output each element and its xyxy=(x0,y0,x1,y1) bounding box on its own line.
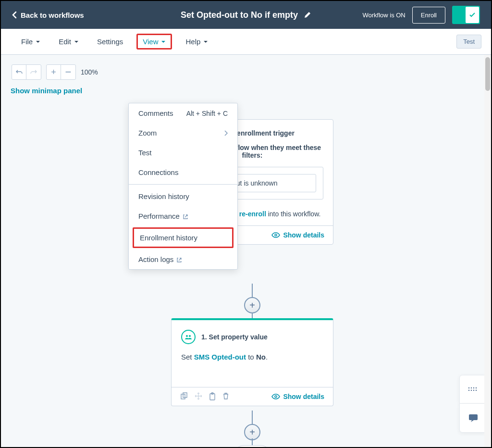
chevron-down-icon xyxy=(161,40,166,43)
svg-point-12 xyxy=(473,387,474,388)
menu-edit[interactable]: Edit xyxy=(54,34,84,49)
svg-point-17 xyxy=(476,390,477,391)
connector-line xyxy=(252,438,253,445)
property-value: No xyxy=(256,353,266,361)
dropdown-test[interactable]: Test xyxy=(129,143,237,162)
chevron-right-icon xyxy=(224,130,228,136)
menu-view[interactable]: View xyxy=(136,34,172,50)
workflow-canvas[interactable]: + − 100% Show minimap panel CommentsAlt … xyxy=(1,55,491,448)
action-show-details[interactable]: Show details xyxy=(271,393,324,400)
external-link-icon xyxy=(176,257,182,263)
header-right: Workflow is ON Enroll xyxy=(362,6,480,24)
keyboard-fab[interactable] xyxy=(459,375,487,404)
menu-help-label: Help xyxy=(185,37,200,46)
external-link-icon xyxy=(183,214,188,220)
dropdown-zoom[interactable]: Zoom xyxy=(129,123,237,143)
trigger-show-details-label: Show details xyxy=(283,231,324,239)
zoom-in-button[interactable]: + xyxy=(47,65,61,79)
copy-icon[interactable] xyxy=(180,392,188,400)
contacts-icon xyxy=(181,330,196,344)
eye-icon xyxy=(271,232,280,238)
test-button[interactable]: Test xyxy=(456,35,481,49)
redo-icon xyxy=(30,69,37,75)
move-icon[interactable] xyxy=(195,392,202,400)
scrollbar-thumb[interactable] xyxy=(485,57,490,91)
vertical-scrollbar[interactable] xyxy=(484,55,491,448)
menu-settings-label: Settings xyxy=(97,37,123,46)
redo-button[interactable] xyxy=(26,65,41,79)
undo-icon xyxy=(16,69,23,75)
top-header: Back to workflows Set Opted-out to No if… xyxy=(1,1,491,29)
dropdown-comments[interactable]: CommentsAlt + Shift + C xyxy=(129,103,237,123)
undo-button[interactable] xyxy=(12,65,26,79)
dropdown-comments-shortcut: Alt + Shift + C xyxy=(186,110,228,117)
chevron-down-icon xyxy=(74,40,79,43)
action-card[interactable]: 1. Set property value Set SMS Opted-out … xyxy=(171,318,333,406)
zoom-level: 100% xyxy=(81,68,98,76)
menubar: File Edit Settings View Help Test xyxy=(1,29,491,55)
action-show-details-label: Show details xyxy=(283,393,324,400)
svg-rect-7 xyxy=(210,394,215,400)
workflow-title[interactable]: Set Opted-out to No if empty xyxy=(181,10,298,20)
dropdown-action-logs[interactable]: Action logs xyxy=(129,249,237,269)
dropdown-connections-label: Connections xyxy=(138,168,178,176)
eye-icon xyxy=(271,394,280,399)
connector-line xyxy=(252,284,253,298)
svg-point-3 xyxy=(186,335,188,337)
svg-point-2 xyxy=(275,234,277,236)
dropdown-revision-history[interactable]: Revision history xyxy=(129,187,237,206)
connector-line xyxy=(252,411,253,425)
chevron-down-icon xyxy=(203,40,208,43)
menu-help[interactable]: Help xyxy=(181,34,213,49)
menu-file-label: File xyxy=(21,37,33,46)
check-icon xyxy=(468,11,476,19)
keyboard-icon xyxy=(468,387,479,392)
dropdown-action-logs-label: Action logs xyxy=(138,255,173,263)
property-link[interactable]: SMS Opted-out xyxy=(194,353,246,361)
zoom-out-button[interactable]: − xyxy=(61,65,75,79)
menu-settings[interactable]: Settings xyxy=(92,34,128,49)
undo-redo-group xyxy=(12,64,41,80)
canvas-toolbar: + − 100% xyxy=(12,64,98,80)
view-dropdown: CommentsAlt + Shift + C Zoom Test Connec… xyxy=(128,103,238,270)
clipboard-icon[interactable] xyxy=(209,392,216,401)
trigger-show-details[interactable]: Show details xyxy=(271,231,324,239)
back-to-workflows-button[interactable]: Back to workflows xyxy=(12,11,84,19)
dropdown-connections[interactable]: Connections xyxy=(129,162,237,182)
dropdown-divider xyxy=(129,184,237,185)
action-body: Set SMS Opted-out to No. xyxy=(181,353,323,379)
svg-point-10 xyxy=(468,387,469,388)
pencil-icon[interactable] xyxy=(304,11,311,19)
dropdown-comments-label: Comments xyxy=(138,109,173,117)
reenroll-link[interactable]: re-enroll xyxy=(239,210,266,218)
svg-point-14 xyxy=(468,390,469,391)
add-step-button[interactable]: + xyxy=(244,297,260,313)
enroll-button[interactable]: Enroll xyxy=(412,7,445,24)
dropdown-enrollment-label: Enrollment history xyxy=(140,234,197,242)
svg-point-9 xyxy=(275,396,277,398)
workflow-status: Workflow is ON xyxy=(362,12,405,19)
end-node: END xyxy=(234,445,271,448)
action-card-footer: Show details xyxy=(172,387,333,406)
action-title: 1. Set property value xyxy=(201,333,268,341)
dropdown-test-label: Test xyxy=(138,149,152,157)
svg-point-11 xyxy=(471,387,472,388)
dropdown-enrollment-history[interactable]: Enrollment history xyxy=(133,227,234,248)
svg-point-16 xyxy=(473,390,474,391)
add-step-button[interactable]: + xyxy=(244,424,260,440)
dropdown-revision-label: Revision history xyxy=(138,192,189,200)
zoom-group: + − xyxy=(46,64,76,80)
show-minimap-link[interactable]: Show minimap panel xyxy=(11,87,82,95)
back-label: Back to workflows xyxy=(21,11,84,19)
comment-icon xyxy=(468,414,478,423)
trash-icon[interactable] xyxy=(222,392,229,400)
dropdown-zoom-label: Zoom xyxy=(138,129,157,137)
svg-point-15 xyxy=(471,390,472,391)
svg-rect-18 xyxy=(469,414,478,420)
save-button[interactable] xyxy=(452,6,480,24)
menu-file[interactable]: File xyxy=(16,34,45,49)
dropdown-performance[interactable]: Performance xyxy=(129,206,237,226)
svg-point-4 xyxy=(189,335,191,337)
comment-fab[interactable] xyxy=(459,404,487,433)
svg-point-13 xyxy=(476,387,477,388)
